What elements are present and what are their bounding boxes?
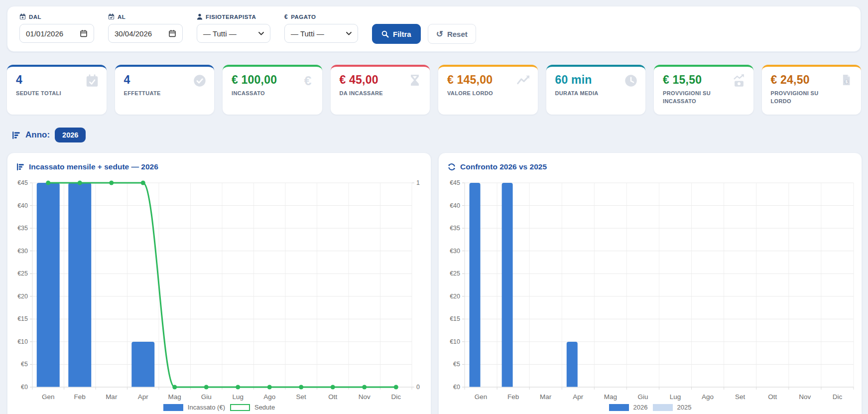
stat-label: EFFETTUATE [124, 90, 194, 97]
svg-text:Feb: Feb [74, 393, 86, 401]
datepicker-icon[interactable] [168, 29, 176, 37]
filter-group-pagato: € PAGATO — Tutti — [284, 13, 358, 43]
datepicker-icon[interactable] [80, 29, 88, 37]
dal-input[interactable]: 01/01/2026 [19, 24, 94, 43]
stat-label: INCASSATO [232, 90, 301, 97]
reset-button[interactable]: ↺ Reset [428, 24, 476, 44]
legend-swatch [230, 404, 250, 411]
svg-text:€25: €25 [17, 270, 28, 277]
point-Sedute-Set [299, 385, 303, 390]
filter-buttons: Filtra ↺ Reset [372, 24, 476, 44]
calendar-plus-icon [19, 13, 26, 20]
stat-card: 4EFFETTUATE [115, 65, 215, 115]
bar-chart-icon [12, 131, 20, 139]
bar-2026-Gen [470, 183, 481, 387]
point-Sedute-Mag [172, 385, 177, 390]
legend-label: Sedute [254, 404, 275, 411]
filtra-button[interactable]: Filtra [372, 24, 421, 44]
euro-small-icon: € [284, 13, 288, 20]
chevron-down-icon [258, 32, 264, 35]
svg-text:0: 0 [416, 384, 420, 391]
svg-text:€40: €40 [450, 202, 460, 209]
dal-value: 01/01/2026 [26, 29, 63, 38]
calendar-check-small-icon [108, 13, 115, 20]
person-icon [197, 13, 203, 20]
svg-text:€10: €10 [17, 338, 28, 345]
search-icon [381, 30, 389, 38]
pagato-label: € PAGATO [284, 13, 358, 20]
confronto-chart-title: Confronto 2026 vs 2025 [446, 160, 855, 173]
legend-swatch [609, 404, 629, 411]
svg-text:€20: €20 [17, 293, 28, 300]
reset-button-label: Reset [447, 30, 468, 38]
al-label: AL [108, 13, 183, 20]
svg-text:Ago: Ago [263, 393, 275, 401]
svg-text:Set: Set [735, 393, 745, 401]
confronto-chart[interactable]: €0€5€10€15€20€25€30€35€40€45GenFebMarApr… [446, 177, 856, 402]
svg-text:€0: €0 [21, 384, 28, 391]
pagato-value: — Tutti — [291, 29, 324, 38]
point-Sedute-Ott [331, 385, 335, 390]
svg-text:€45: €45 [450, 179, 460, 186]
legend-item-Incassato (€)[interactable]: Incassato (€) [163, 404, 225, 411]
svg-text:Dic: Dic [391, 393, 401, 401]
svg-text:€: € [304, 73, 311, 88]
svg-text:€30: €30 [17, 248, 28, 255]
svg-text:1: 1 [416, 179, 420, 186]
legend-label: 2025 [677, 404, 692, 411]
stats-row: 4SEDUTE TOTALI4EFFETTUATE€ 100,00INCASSA… [7, 65, 861, 115]
svg-text:Giu: Giu [637, 393, 648, 401]
svg-text:Feb: Feb [507, 393, 519, 401]
stat-card: 60 minDURATA MEDIA [546, 65, 646, 115]
svg-text:Apr: Apr [138, 393, 149, 401]
anno-label: Anno: [25, 130, 50, 140]
svg-text:Mar: Mar [540, 393, 552, 401]
incassato-chart-title: Incassato mensile + sedute — 2026 [14, 160, 424, 173]
incassato-chart-card: Incassato mensile + sedute — 2026 €0€5€1… [7, 152, 431, 414]
clock-icon [623, 73, 638, 88]
legend-item-Sedute[interactable]: Sedute [230, 404, 275, 411]
svg-text:€25: €25 [450, 270, 460, 277]
money-chart-icon [732, 73, 746, 88]
svg-text:Mar: Mar [106, 393, 118, 401]
incassato-sedute-chart[interactable]: €0€5€10€15€20€25€30€35€40€4501GenFebMarA… [14, 177, 425, 402]
stat-label: PROVVIGIONI SU INCASSATO [663, 90, 733, 105]
point-Sedute-Mar [109, 181, 114, 185]
incassato-chart-title-text: Incassato mensile + sedute — 2026 [29, 162, 158, 171]
anno-year-button[interactable]: 2026 [55, 128, 86, 142]
svg-text:$: $ [846, 79, 848, 84]
pagato-label-text: PAGATO [291, 14, 316, 20]
svg-text:€5: €5 [453, 361, 460, 368]
svg-text:Apr: Apr [573, 393, 584, 401]
stat-label: SEDUTE TOTALI [16, 90, 86, 97]
legend-item-2026[interactable]: 2026 [609, 404, 648, 411]
point-Sedute-Ago [267, 385, 272, 390]
pagato-select[interactable]: — Tutti — [284, 24, 358, 43]
svg-text:Lug: Lug [232, 393, 244, 401]
stat-label: DURATA MEDIA [555, 90, 625, 97]
legend-item-2025[interactable]: 2025 [653, 404, 692, 411]
dal-label-text: DAL [29, 14, 41, 20]
svg-text:€15: €15 [450, 315, 460, 322]
svg-text:Nov: Nov [359, 393, 371, 401]
bar-2026-Apr [567, 342, 578, 387]
svg-text:Gen: Gen [42, 393, 55, 401]
point-Sedute-Giu [204, 385, 209, 390]
confronto-chart-title-text: Confronto 2026 vs 2025 [460, 162, 547, 171]
al-value: 30/04/2026 [115, 29, 152, 38]
point-Sedute-Apr [141, 181, 145, 185]
bar-Incassato (€)-Gen [37, 183, 60, 387]
legend-swatch [653, 404, 673, 411]
point-Sedute-Dic [394, 385, 398, 390]
fisioterapista-value: — Tutti — [203, 29, 237, 38]
stat-card: € 45,00DA INCASSARE [331, 65, 430, 115]
filter-bar: DAL 01/01/2026 AL 30/04/2026 FISIOTERAPI… [7, 6, 861, 52]
chevron-down-icon [346, 32, 352, 35]
svg-text:€40: €40 [17, 202, 28, 209]
point-Sedute-Gen [46, 181, 50, 185]
stat-label: VALORE LORDO [447, 90, 517, 97]
bar-2026-Feb [502, 183, 513, 387]
filter-group-al: AL 30/04/2026 [108, 13, 183, 43]
fisioterapista-select[interactable]: — Tutti — [197, 24, 270, 43]
al-input[interactable]: 30/04/2026 [108, 24, 183, 43]
